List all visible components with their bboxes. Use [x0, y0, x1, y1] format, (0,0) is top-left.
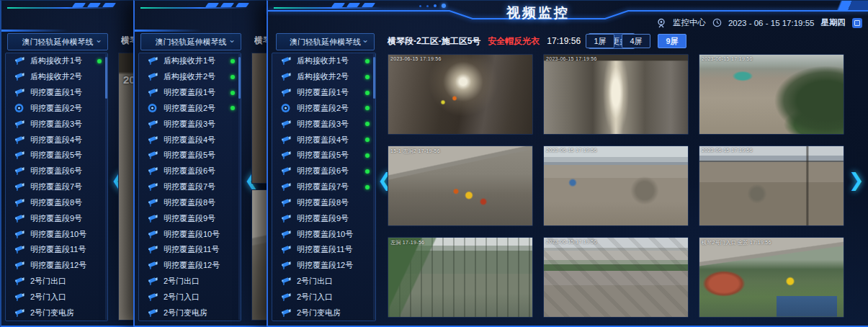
camera-list-item[interactable]: 2号门入口 [6, 289, 107, 305]
bullet-camera-icon [13, 151, 25, 160]
line-select-value: 澳门轻轨延伸横琴线 [290, 37, 361, 46]
camera-list-item[interactable]: 明挖覆盖段8号 [6, 194, 107, 210]
camera-list-item[interactable]: 明挖覆盖段3号 [272, 116, 375, 132]
line-select-value: 澳门轻轨延伸横琴线 [156, 37, 227, 46]
camera-list-item[interactable]: 盾构接收井2号 [272, 69, 375, 85]
camera-list-item[interactable]: 明挖覆盖段4号 [6, 132, 107, 148]
camera-list-item[interactable]: 明挖覆盖段1号 [272, 85, 375, 101]
bullet-camera-icon [146, 151, 158, 160]
camera-list-item[interactable]: 明挖覆盖段9号 [139, 210, 241, 226]
camera-list-item[interactable]: 明挖覆盖段10号 [139, 226, 241, 242]
camera-list-item[interactable]: 明挖覆盖段6号 [139, 164, 241, 179]
camera-list-item[interactable]: 明挖覆盖段2号 [6, 100, 107, 116]
camera-label: 明挖覆盖段2号 [164, 103, 225, 114]
camera-label: 2号门变电房 [297, 308, 370, 318]
camera-list-item[interactable]: 2号门变电房 [272, 305, 375, 321]
camera-list-item[interactable]: 明挖覆盖段11号 [6, 242, 107, 258]
camera-list-item[interactable]: 2号门出口 [139, 274, 241, 290]
camera-list-item[interactable]: 2号门出口 [272, 274, 375, 290]
video-cell[interactable]: 2023-06-15 17:19:56 [699, 54, 844, 135]
monitor-center-label[interactable]: 监控中心 [673, 17, 706, 28]
camera-list-item[interactable]: 明挖覆盖段9号 [272, 210, 375, 226]
camera-list-item[interactable]: 盾构接收井2号 [139, 69, 241, 85]
camera-list-item[interactable]: 盾构接收井1号 [272, 53, 375, 69]
next-page-chevron-icon[interactable]: ❯ [849, 171, 864, 189]
video-cell[interactable]: 2023-06-15 17:19:56 [543, 237, 689, 318]
camera-list-item[interactable]: 2号门变电房 [139, 305, 241, 321]
camera-list-item[interactable]: 明挖覆盖段6号 [272, 164, 375, 179]
bullet-camera-icon [146, 292, 158, 302]
screen-1-button[interactable]: 1屏 [586, 34, 614, 48]
camera-label: 2号门出口 [297, 276, 370, 287]
bullet-camera-icon [13, 88, 25, 97]
bullet-camera-icon [279, 245, 292, 254]
camera-list-item[interactable]: 2号门变电房 [6, 305, 107, 321]
video-grid: 2023-06-15 17:19:562023-06-15 17:19:5620… [388, 54, 844, 318]
video-osd: 2023-06-15 17:19:56 [390, 56, 442, 61]
screen-9-button[interactable]: 9屏 [658, 34, 686, 48]
camera-list-item[interactable]: 明挖覆盖段2号 [139, 100, 241, 116]
camera-list-item[interactable]: 明挖覆盖段11号 [272, 242, 375, 258]
camera-list-item[interactable]: 盾构接收井1号 [6, 53, 107, 69]
video-osd: 2023-06-15 17:19:56 [546, 148, 597, 153]
camera-list-item[interactable]: 盾构接收井1号 [139, 53, 241, 69]
line-select-dropdown[interactable]: 澳门轻轨延伸横琴线 ⌄ [276, 33, 375, 50]
alert-label: 安全帽反光衣 [488, 35, 540, 48]
video-osd: 横琴2号门入口 全景 17:19:56 [702, 239, 771, 246]
camera-list-item[interactable]: 明挖覆盖段12号 [272, 258, 375, 274]
camera-list-item[interactable]: 明挖覆盖段1号 [139, 85, 241, 101]
camera-label: 明挖覆盖段10号 [297, 229, 370, 240]
bullet-camera-icon [13, 308, 25, 318]
camera-list-item[interactable]: 2号门出口 [6, 274, 107, 290]
camera-list-item[interactable]: 明挖覆盖段4号 [139, 132, 241, 148]
camera-list-item[interactable]: 明挖覆盖段8号 [272, 194, 375, 210]
scrollbar-thumb[interactable] [105, 57, 107, 99]
video-cell[interactable]: 左洞 17-19-56 [388, 237, 533, 318]
camera-list-item[interactable]: 明挖覆盖段7号 [139, 179, 241, 195]
bullet-camera-icon [279, 151, 292, 160]
camera-list-item[interactable]: 明挖覆盖段8号 [139, 194, 241, 210]
video-cell[interactable]: 横琴2号门入口 全景 17:19:56 [699, 237, 844, 318]
camera-list-item[interactable]: 明挖覆盖段12号 [139, 258, 241, 274]
video-cell[interactable]: 15-1 左洞2 17-19-56 [388, 145, 533, 226]
scrollbar-thumb[interactable] [373, 57, 375, 99]
camera-list-item[interactable]: 盾构接收井2号 [6, 69, 107, 85]
screen-4-button[interactable]: 4屏 [622, 34, 650, 48]
camera-list-item[interactable]: 明挖覆盖段4号 [272, 132, 375, 148]
camera-list-item[interactable]: 明挖覆盖段6号 [6, 164, 107, 179]
camera-list-item[interactable]: 明挖覆盖段10号 [272, 226, 375, 242]
camera-list-item[interactable]: 明挖覆盖段2号 [272, 100, 375, 116]
video-cell[interactable]: 2023-06-15 17:19:56 [388, 54, 533, 135]
window-control-icon[interactable] [852, 18, 862, 28]
bullet-camera-icon [146, 261, 158, 270]
online-status-dot [365, 106, 370, 110]
camera-list-item[interactable]: 明挖覆盖段9号 [6, 210, 107, 226]
camera-list-item[interactable]: 明挖覆盖段7号 [6, 179, 107, 195]
video-monitoring-screen: 澳门轻轨延伸横琴线 ⌄ 盾构接收井1号盾构接收井2号明挖覆盖段1号明挖覆盖段2号… [0, 0, 868, 327]
camera-list-item[interactable]: 明挖覆盖段5号 [139, 148, 241, 164]
camera-list-item[interactable]: 2号门入口 [139, 289, 241, 305]
camera-label: 2号门出口 [30, 276, 102, 287]
camera-label: 明挖覆盖段10号 [30, 229, 102, 240]
camera-list-item[interactable]: 明挖覆盖段3号 [6, 116, 107, 132]
camera-list-item[interactable]: 明挖覆盖段1号 [6, 85, 107, 101]
camera-list-item[interactable]: 2号门入口 [272, 289, 375, 305]
online-status-dot [365, 122, 370, 126]
video-cell[interactable]: 2023-06-15 17:19:56 [543, 145, 689, 226]
camera-label: 明挖覆盖段9号 [164, 213, 235, 224]
camera-list-item[interactable]: 明挖覆盖段7号 [272, 179, 375, 195]
bullet-camera-icon [13, 245, 25, 254]
camera-list-item[interactable]: 明挖覆盖段11号 [139, 242, 241, 258]
camera-list-item[interactable]: 明挖覆盖段10号 [6, 226, 107, 242]
camera-list-item[interactable]: 明挖覆盖段12号 [6, 258, 107, 274]
video-cell[interactable]: 2023-06-15 17:19:56 [543, 54, 689, 135]
video-cell[interactable]: 2023-06-15 17:19:56 [699, 145, 844, 226]
scrollbar-thumb[interactable] [238, 57, 241, 99]
bullet-camera-icon [13, 261, 25, 270]
camera-list-item[interactable]: 明挖覆盖段5号 [6, 148, 107, 164]
line-select-dropdown[interactable]: 澳门轻轨延伸横琴线 ⌄ [140, 33, 241, 50]
camera-list-item[interactable]: 明挖覆盖段5号 [272, 148, 375, 164]
camera-list-item[interactable]: 明挖覆盖段3号 [139, 116, 241, 132]
camera-label: 2号门入口 [30, 292, 102, 303]
line-select-dropdown[interactable]: 澳门轻轨延伸横琴线 ⌄ [7, 33, 108, 50]
